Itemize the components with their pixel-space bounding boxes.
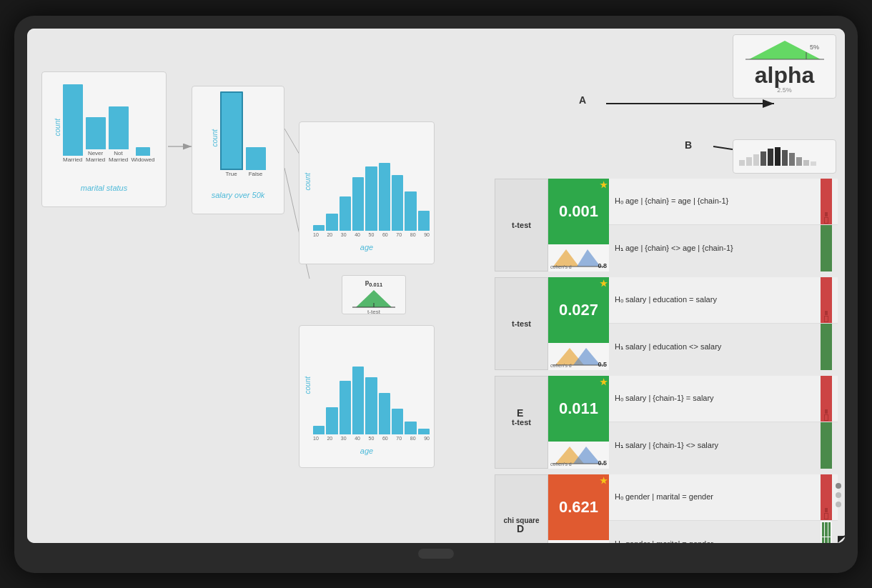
home-button[interactable] bbox=[418, 549, 454, 559]
left-panel: count Married NeverMarried bbox=[27, 29, 495, 543]
salary-x-label: salary over 50k bbox=[212, 191, 265, 199]
hypothesis-panel-3: H₀ salary | {chain-1} = salary H₁ salary… bbox=[609, 376, 838, 469]
mini-dist-svg bbox=[349, 289, 399, 309]
pvalue-main-1: 0.001 ★ bbox=[548, 179, 609, 244]
tablet-screen: count Married NeverMarried bbox=[27, 29, 845, 543]
bar-false: False bbox=[246, 147, 266, 178]
svg-rect-20 bbox=[760, 151, 766, 166]
b-chart-panel bbox=[733, 139, 836, 174]
svg-rect-27 bbox=[811, 161, 816, 166]
pvalue-mini-label: t-test bbox=[345, 309, 402, 315]
dot-1[interactable] bbox=[836, 483, 841, 489]
bar-not-married: NotMarried bbox=[109, 106, 129, 164]
pagination-dots bbox=[836, 483, 841, 507]
histogram-age-bottom[interactable]: count bbox=[299, 325, 435, 468]
svg-rect-17 bbox=[739, 160, 745, 166]
salary-y-label: count bbox=[211, 129, 219, 146]
bar-widowed: Widowed bbox=[132, 147, 155, 164]
test-type-1: t-test bbox=[495, 179, 548, 271]
pvalue-box-3: 0.011 ★ cohen's d 0.5 bbox=[548, 376, 609, 469]
hist-bottom-axis: 102030405060708090 bbox=[313, 436, 430, 441]
test-result-3[interactable]: t-test 0.011 ★ bbox=[495, 376, 838, 469]
h0-row-3: H₀ salary | {chain-1} = salary bbox=[609, 376, 838, 423]
star-2: ★ bbox=[600, 279, 608, 289]
h1-row-1: H₁ age | {chain} <> age | {chain-1} bbox=[609, 225, 838, 271]
pvalue-sub-3: cohen's d 0.5 bbox=[548, 442, 609, 469]
hist-top-axis: 102030405060708090 bbox=[313, 232, 430, 237]
svg-rect-25 bbox=[796, 157, 802, 166]
pvalue-sub-2: cohen's d 0.5 bbox=[548, 343, 609, 370]
salary-chart[interactable]: count True False bbox=[192, 86, 284, 214]
test-result-1[interactable]: t-test 0.001 ★ bbox=[495, 179, 838, 271]
pvalue-sub-4: cohen's d 0.21 bbox=[548, 540, 609, 543]
pvalue-main-4: 0.621 ★ bbox=[548, 474, 609, 540]
pvalue-box-2: 0.027 ★ cohen's d 0.5 bbox=[548, 277, 609, 370]
hypothesis-panel-2: H₀ salary | education = salary H₁ salary… bbox=[609, 277, 838, 370]
pvalue-main-2: 0.027 ★ bbox=[548, 277, 609, 343]
svg-rect-26 bbox=[803, 160, 809, 166]
test-type-2: t-test bbox=[495, 277, 548, 370]
annotation-B: B bbox=[685, 139, 692, 151]
star-1: ★ bbox=[600, 180, 608, 190]
bar-never-married: NeverMarried bbox=[86, 117, 106, 164]
pvalue-sub-1: cohen's d 0.8 bbox=[548, 244, 609, 271]
histogram-age-top[interactable]: count bbox=[299, 121, 435, 264]
salary-bars: True False bbox=[220, 92, 266, 178]
annotation-D: D bbox=[517, 523, 524, 534]
pvalue-main-3: 0.011 ★ bbox=[548, 376, 609, 442]
hist-bottom-y-label: count bbox=[304, 377, 312, 394]
bar bbox=[63, 84, 83, 156]
svg-rect-21 bbox=[768, 149, 773, 166]
hist-bottom-label: age bbox=[360, 447, 373, 455]
hypothesis-panel-1: H₀ age | {chain} = age | {chain-1} H₁ ag… bbox=[609, 179, 838, 271]
svg-rect-18 bbox=[746, 157, 752, 166]
bar-married: Married bbox=[63, 84, 83, 164]
b-bar-svg bbox=[738, 144, 831, 166]
h0-row-1: H₀ age | {chain} = age | {chain-1} bbox=[609, 179, 838, 226]
h1-row-3: H₁ salary | {chain-1} <> salary bbox=[609, 422, 838, 469]
h0-row-2: H₀ salary | education = salary bbox=[609, 277, 838, 324]
svg-marker-29 bbox=[577, 249, 600, 266]
main-content: count Married NeverMarried bbox=[27, 29, 845, 543]
hist-top-y-label: count bbox=[304, 173, 312, 190]
hist-top-bars bbox=[313, 174, 430, 231]
h1-row-2: H₁ salary | education <> salary bbox=[609, 324, 838, 370]
dot-3[interactable] bbox=[836, 502, 841, 507]
dot-2[interactable] bbox=[836, 492, 841, 498]
pvalue-box-4: 0.621 ★ cohen's d bbox=[548, 474, 609, 543]
marital-y-label: count bbox=[54, 119, 61, 136]
marital-status-chart[interactable]: count Married NeverMarried bbox=[41, 71, 167, 207]
marital-x-label: marital status bbox=[81, 184, 127, 192]
marital-bars: Married NeverMarried NotMarried bbox=[63, 78, 155, 164]
annotation-E: E bbox=[517, 407, 523, 419]
hist-bottom-bars bbox=[313, 377, 430, 434]
test-results-container: t-test 0.001 ★ bbox=[495, 179, 838, 543]
hist-top-label: age bbox=[360, 243, 373, 251]
tablet: count Married NeverMarried bbox=[14, 16, 858, 573]
star-3: ★ bbox=[600, 377, 608, 387]
test-type-3: t-test bbox=[495, 376, 548, 469]
star-4: ★ bbox=[600, 476, 608, 486]
svg-text:5%: 5% bbox=[810, 44, 819, 51]
right-panel: 5% alpha 2.5% bbox=[495, 29, 845, 543]
svg-marker-32 bbox=[573, 348, 600, 365]
annotation-A: A bbox=[579, 94, 586, 106]
bar-true: True bbox=[220, 91, 243, 178]
test-result-4[interactable]: chi square 0.621 ★ bbox=[495, 474, 838, 543]
svg-rect-19 bbox=[753, 154, 759, 166]
svg-marker-35 bbox=[573, 447, 600, 464]
h1-row-4: H₁ gender | marital = gender bbox=[609, 521, 838, 543]
h0-row-4: H₀ gender | marital = gender bbox=[609, 474, 838, 522]
test-result-2[interactable]: t-test 0.027 ★ bbox=[495, 277, 838, 370]
alpha-sub: 2.5% bbox=[738, 86, 831, 94]
svg-rect-22 bbox=[775, 147, 781, 166]
alpha-panel[interactable]: 5% alpha 2.5% bbox=[733, 34, 836, 99]
alpha-dist-svg: 5% bbox=[742, 39, 828, 61]
svg-rect-24 bbox=[789, 153, 795, 166]
pvalue-mini-chart: p0.011 t-test bbox=[342, 275, 406, 314]
hypothesis-panel-4: H₀ gender | marital = gender H₁ gender |… bbox=[609, 474, 838, 543]
alpha-title: alpha bbox=[738, 64, 831, 86]
svg-rect-23 bbox=[782, 150, 788, 166]
pvalue-box-1: 0.001 ★ cohen's d bbox=[548, 179, 609, 271]
